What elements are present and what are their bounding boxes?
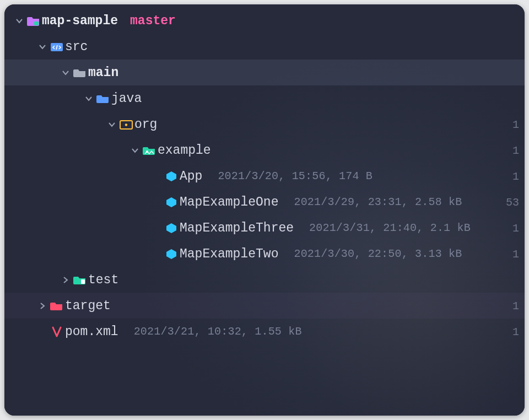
tree-row-example[interactable]: example 1 <box>4 137 525 163</box>
package-folder-icon <box>141 145 158 156</box>
tree-row-main[interactable]: main <box>4 60 525 85</box>
source-folder-icon <box>48 41 65 52</box>
gutter-count: 1 <box>512 222 519 234</box>
svg-rect-9 <box>81 279 85 284</box>
gutter-count: 1 <box>512 118 519 131</box>
project-folder-icon <box>25 15 42 26</box>
chevron-down-icon[interactable] <box>60 68 72 77</box>
tree-row-target[interactable]: target 1 <box>4 293 525 319</box>
project-panel: map-sample master src main <box>4 4 525 416</box>
chevron-down-icon[interactable] <box>36 42 48 51</box>
folder-label: src <box>65 40 88 54</box>
tree-row-org[interactable]: org 1 <box>4 111 525 137</box>
gutter-count: 1 <box>512 299 519 312</box>
package-folder-icon <box>118 119 134 130</box>
test-folder-icon <box>72 274 88 286</box>
git-branch-label[interactable]: master <box>130 14 176 28</box>
excluded-folder-icon <box>48 300 65 311</box>
gutter-count: 1 <box>512 170 519 182</box>
tree-row-file-two[interactable]: MapExampleTwo 2021/3/30, 22:50, 3.13 kB … <box>4 241 525 267</box>
file-meta: 2021/3/31, 21:40, 2.1 kB <box>309 222 471 234</box>
file-label: pom.xml <box>65 325 118 339</box>
java-class-icon <box>163 248 180 260</box>
file-meta: 2021/3/21, 10:32, 1.55 kB <box>134 325 302 338</box>
chevron-down-icon[interactable] <box>83 94 95 103</box>
svg-marker-8 <box>166 249 176 259</box>
file-meta: 2021/3/29, 23:31, 2.58 kB <box>294 196 462 208</box>
svg-rect-0 <box>34 21 39 25</box>
project-name: map-sample <box>42 14 118 28</box>
svg-marker-5 <box>166 171 176 181</box>
maven-icon <box>48 326 65 338</box>
java-class-icon <box>163 170 180 182</box>
file-label: MapExampleOne <box>180 195 278 209</box>
folder-icon <box>95 93 111 104</box>
tree-row-pom[interactable]: pom.xml 2021/3/21, 10:32, 1.55 kB 1 <box>4 319 525 344</box>
file-tree: map-sample master src main <box>4 4 525 344</box>
svg-marker-7 <box>166 223 176 233</box>
folder-label: java <box>111 91 142 106</box>
gutter-count: 1 <box>512 325 519 338</box>
gutter-count: 1 <box>512 144 519 157</box>
folder-label: target <box>65 299 111 313</box>
tree-row-project-root[interactable]: map-sample master <box>4 8 525 34</box>
java-class-icon <box>163 196 180 208</box>
chevron-right-icon[interactable] <box>36 301 48 310</box>
file-meta: 2021/3/30, 22:50, 3.13 kB <box>294 247 462 260</box>
tree-row-file-one[interactable]: MapExampleOne 2021/3/29, 23:31, 2.58 kB … <box>4 189 525 215</box>
chevron-down-icon[interactable] <box>106 120 118 129</box>
tree-row-test[interactable]: test <box>4 267 525 293</box>
folder-label: test <box>88 273 118 287</box>
tree-row-java[interactable]: java <box>4 85 525 111</box>
folder-label: org <box>134 117 157 132</box>
chevron-down-icon[interactable] <box>13 17 25 25</box>
folder-label: example <box>158 143 211 158</box>
folder-label: main <box>88 66 118 80</box>
gutter-count: 1 <box>512 247 519 260</box>
file-label: App <box>180 169 202 184</box>
chevron-down-icon[interactable] <box>129 146 141 155</box>
svg-point-3 <box>125 123 127 126</box>
folder-icon <box>72 67 88 78</box>
file-label: MapExampleTwo <box>180 247 278 261</box>
java-class-icon <box>163 222 180 234</box>
file-meta: 2021/3/20, 15:56, 174 B <box>218 170 373 182</box>
gutter-count: 53 <box>506 196 519 208</box>
chevron-right-icon[interactable] <box>60 276 72 284</box>
tree-row-file-three[interactable]: MapExampleThree 2021/3/31, 21:40, 2.1 kB… <box>4 215 525 241</box>
tree-row-file-app[interactable]: App 2021/3/20, 15:56, 174 B 1 <box>4 163 525 189</box>
svg-marker-6 <box>166 197 176 207</box>
tree-row-src[interactable]: src <box>4 34 525 60</box>
file-label: MapExampleThree <box>180 221 294 235</box>
